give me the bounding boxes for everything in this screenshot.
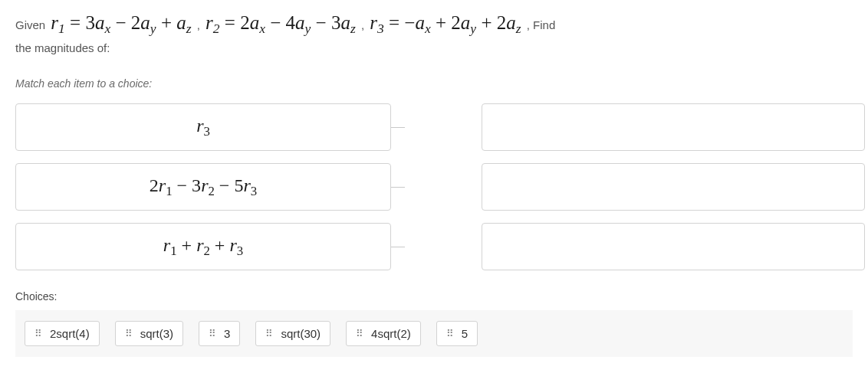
items-column: r3 2r1 − 3r2 − 5r3 r1 + r2 + r3 xyxy=(15,103,405,270)
vector-r3: r3 = −ax + 2ay + 2az xyxy=(367,12,523,33)
vector-r1: r1 = 3ax − 2ay + az xyxy=(48,12,193,33)
match-item: r3 xyxy=(15,103,391,151)
drag-handle-icon xyxy=(265,329,273,339)
choices-label: Choices: xyxy=(15,290,853,303)
choice-label: 4sqrt(2) xyxy=(371,327,411,340)
choice-label: 3 xyxy=(224,327,230,340)
choice-chip[interactable]: 2sqrt(4) xyxy=(25,321,100,346)
vector-r2: r2 = 2ax − 4ay − 3az xyxy=(203,12,358,33)
drag-handle-icon xyxy=(356,329,363,339)
match-item: r1 + r2 + r3 xyxy=(15,223,391,270)
match-area: r3 2r1 − 3r2 − 5r3 r1 + r2 + r3 xyxy=(15,103,853,270)
drag-handle-icon xyxy=(35,329,42,339)
choice-label: sqrt(3) xyxy=(140,327,173,340)
given-label: Given xyxy=(15,18,45,31)
instruction-text: Match each item to a choice: xyxy=(15,77,853,90)
drop-target[interactable] xyxy=(482,103,865,151)
choice-chip[interactable]: sqrt(30) xyxy=(255,321,330,346)
choice-chip[interactable]: 3 xyxy=(199,321,240,346)
question-subtitle: the magnitudes of: xyxy=(15,41,110,54)
item-math-combo1: 2r1 − 3r2 − 5r3 xyxy=(150,175,257,199)
drag-handle-icon xyxy=(209,329,216,339)
find-label: , Find xyxy=(527,18,556,31)
connector-line xyxy=(391,247,405,247)
drag-handle-icon xyxy=(446,329,454,339)
match-item: 2r1 − 3r2 − 5r3 xyxy=(15,163,391,211)
choice-chip[interactable]: 5 xyxy=(436,321,478,346)
choice-label: 2sqrt(4) xyxy=(50,327,90,340)
targets-column xyxy=(482,103,865,270)
drag-handle-icon xyxy=(125,329,133,339)
choice-chip[interactable]: sqrt(3) xyxy=(115,321,183,346)
question-text: Given r1 = 3ax − 2ay + az , r2 = 2ax − 4… xyxy=(15,8,853,57)
connector-line xyxy=(391,127,405,128)
drop-target[interactable] xyxy=(482,223,865,270)
choice-label: 5 xyxy=(462,327,468,340)
connector-line xyxy=(391,187,405,188)
choice-label: sqrt(30) xyxy=(281,327,321,340)
choice-chip[interactable]: 4sqrt(2) xyxy=(346,321,421,346)
item-math-r3: r3 xyxy=(196,116,210,139)
item-math-combo2: r1 + r2 + r3 xyxy=(163,235,243,259)
choices-bar: 2sqrt(4) sqrt(3) 3 sqrt(30) 4sqrt(2) 5 xyxy=(15,310,853,357)
drop-target[interactable] xyxy=(482,163,865,211)
